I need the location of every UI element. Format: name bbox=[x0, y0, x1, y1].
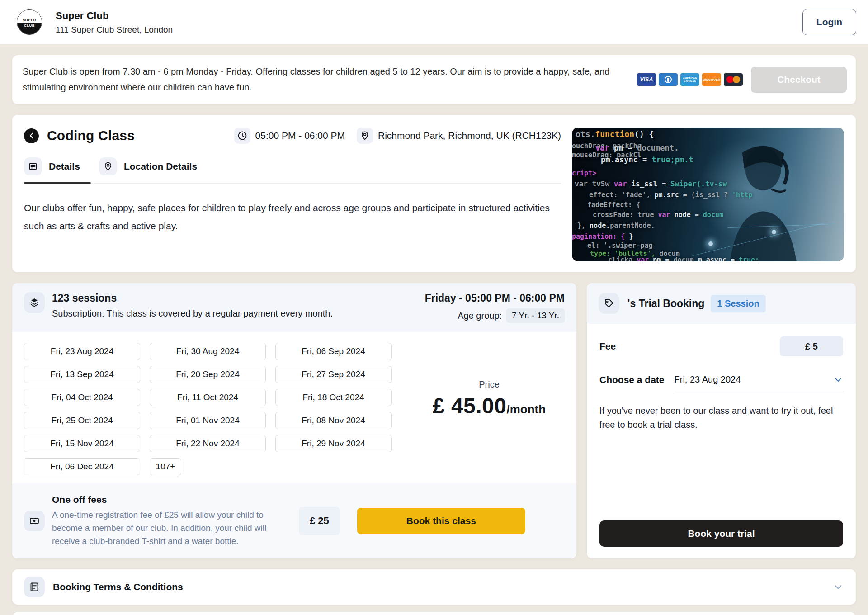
age-group-badge: 7 Yr. - 13 Yr. bbox=[506, 308, 565, 323]
session-date-chip[interactable]: Fri, 15 Nov 2024 bbox=[24, 435, 140, 452]
trial-body: Fee £ 5 Choose a date Fri, 23 Aug 2024 I… bbox=[587, 324, 856, 445]
back-button[interactable] bbox=[24, 128, 39, 143]
class-location: Richmond Park, Richmond, UK (RCH123K) bbox=[378, 130, 561, 141]
session-date-chip[interactable]: Fri, 29 Nov 2024 bbox=[275, 435, 392, 452]
circuit-glow-dot bbox=[708, 241, 713, 246]
checkout-button[interactable]: Checkout bbox=[751, 67, 847, 93]
trial-title: 's Trial Booking bbox=[627, 298, 704, 310]
class-time: 05:00 PM - 06:00 PM bbox=[255, 130, 345, 141]
session-count-badge: 1 Session bbox=[711, 295, 765, 312]
class-photo: ots.function() {ouchDrag: packChevar pm … bbox=[572, 128, 844, 261]
main-panels: 123 sessions Subscription: This class is… bbox=[12, 283, 856, 558]
club-name: Super Club bbox=[56, 10, 173, 22]
session-date-chip[interactable]: Fri, 20 Sep 2024 bbox=[150, 366, 266, 383]
one-off-fees-title: One off fees bbox=[52, 494, 274, 505]
session-date-chip[interactable]: Fri, 30 Aug 2024 bbox=[150, 343, 266, 360]
club-info: Super Club 111 Super Club Street, London bbox=[56, 10, 173, 35]
booking-terms-bar[interactable]: Booking Terms & Conditions bbox=[12, 569, 856, 605]
book-this-class-button[interactable]: Book this class bbox=[357, 508, 525, 534]
layers-icon bbox=[24, 292, 45, 313]
class-title: Coding Class bbox=[47, 128, 135, 143]
trial-booking-panel: 's Trial Booking 1 Session Fee £ 5 Choos… bbox=[587, 283, 856, 558]
diners-card-icon bbox=[659, 73, 678, 86]
code-text-line: el: '.swiper-pag bbox=[587, 241, 653, 250]
choose-date-dropdown[interactable]: Choose a date Fri, 23 Aug 2024 bbox=[599, 374, 843, 392]
info-banner: Super Club is open from 7.30 am - 6 pm M… bbox=[12, 55, 856, 104]
session-date-chip[interactable]: Fri, 27 Sep 2024 bbox=[275, 366, 392, 383]
class-card-left: Coding Class 05:00 PM - 06:00 PM Richmon… bbox=[24, 128, 561, 235]
class-description: Our clubs offer fun, happy, safe places … bbox=[24, 199, 569, 235]
chevron-down-icon[interactable] bbox=[832, 581, 844, 593]
sessions-count: 123 sessions bbox=[52, 292, 333, 304]
class-location-group: Richmond Park, Richmond, UK (RCH123K) bbox=[357, 128, 561, 144]
session-date-chip[interactable]: Fri, 11 Oct 2024 bbox=[150, 389, 266, 406]
one-off-fees-description: A one-time registration fee of £25 will … bbox=[52, 508, 274, 548]
payment-methods: VISAAMERICANEXPRESSDISCOVER bbox=[637, 73, 743, 86]
session-date-chip[interactable]: Fri, 06 Sep 2024 bbox=[275, 343, 392, 360]
discover-card-icon: DISCOVER bbox=[702, 73, 721, 86]
session-date-chip[interactable]: Fri, 22 Nov 2024 bbox=[150, 435, 266, 452]
club-logo: SUPER CLUB bbox=[17, 9, 42, 35]
sessions-schedule-block: Friday - 05:00 PM - 06:00 PM Age group: … bbox=[425, 292, 565, 323]
club-address: 111 Super Club Street, London bbox=[56, 25, 173, 35]
class-tabs: Details Location Details bbox=[24, 157, 561, 184]
trial-note: If you've never been to our class and wa… bbox=[599, 404, 843, 432]
tab-details[interactable]: Details bbox=[24, 157, 80, 175]
price-block: Price £ 45.00/month bbox=[415, 379, 564, 418]
tab-location-details-label: Location Details bbox=[124, 161, 197, 172]
session-date-chip[interactable]: Fri, 23 Aug 2024 bbox=[24, 343, 140, 360]
amex-card-icon: AMERICANEXPRESS bbox=[680, 73, 699, 86]
sessions-header-text: 123 sessions Subscription: This class is… bbox=[52, 292, 333, 323]
booking-terms-label: Booking Terms & Conditions bbox=[53, 582, 183, 592]
details-doc-icon bbox=[24, 157, 42, 175]
one-off-fees-text: One off fees A one-time registration fee… bbox=[52, 494, 274, 548]
club-logo-top-text: SUPER bbox=[17, 10, 42, 23]
visa-card-icon: VISA bbox=[637, 73, 656, 86]
session-date-chip[interactable]: Fri, 01 Nov 2024 bbox=[150, 412, 266, 429]
location-details-pin-icon bbox=[99, 157, 117, 175]
next-card-edge bbox=[12, 612, 856, 615]
sessions-header: 123 sessions Subscription: This class is… bbox=[12, 283, 576, 332]
opening-hours-text: Super Club is open from 7.30 am - 6 pm M… bbox=[23, 64, 637, 95]
code-text-line: cript> bbox=[572, 169, 596, 177]
schedule-text: Friday - 05:00 PM - 06:00 PM bbox=[425, 292, 565, 304]
subscription-note: Subscription: This class is covered by a… bbox=[52, 308, 333, 319]
price-label: Price bbox=[415, 379, 564, 390]
registration-fee-badge: £ 25 bbox=[299, 507, 340, 535]
site-header: SUPER CLUB Super Club 111 Super Club Str… bbox=[0, 0, 868, 44]
tab-location-details[interactable]: Location Details bbox=[99, 157, 197, 175]
session-date-chip[interactable]: Fri, 06 Dec 2024 bbox=[24, 458, 140, 475]
age-group-row: Age group: 7 Yr. - 13 Yr. bbox=[425, 308, 565, 323]
fee-value-badge: £ 5 bbox=[780, 336, 843, 356]
terms-document-icon bbox=[24, 577, 45, 597]
code-text-line: pagination: { } bbox=[572, 232, 633, 241]
sessions-body: Fri, 23 Aug 2024Fri, 30 Aug 2024Fri, 06 … bbox=[12, 332, 576, 486]
session-date-chip[interactable]: Fri, 18 Oct 2024 bbox=[275, 389, 392, 406]
book-your-trial-button[interactable]: Book your trial bbox=[599, 520, 843, 547]
code-text-line: pm.async = true;pm.t bbox=[601, 156, 693, 164]
circuit-glow-dot bbox=[772, 230, 776, 234]
code-text-line: }, node.parentNode. bbox=[577, 222, 655, 230]
code-text-line: fadeEffect: { bbox=[587, 201, 640, 209]
class-meta: 05:00 PM - 06:00 PM Richmond Park, Richm… bbox=[234, 128, 561, 144]
session-date-chip[interactable]: Fri, 04 Oct 2024 bbox=[24, 389, 140, 406]
code-overlay: ots.function() {ouchDrag: packChevar pm … bbox=[572, 128, 844, 261]
tab-details-label: Details bbox=[49, 161, 80, 172]
session-date-chip[interactable]: Fri, 13 Sep 2024 bbox=[24, 366, 140, 383]
banknote-icon bbox=[24, 511, 45, 531]
active-tab-underline bbox=[24, 182, 91, 184]
price-tag-icon bbox=[599, 293, 619, 314]
code-text-line: crossFade: true var node = docum bbox=[593, 211, 723, 219]
more-sessions-chip[interactable]: 107+ bbox=[150, 458, 181, 475]
mastercard-card-icon bbox=[724, 73, 743, 86]
session-date-chip[interactable]: Fri, 25 Oct 2024 bbox=[24, 412, 140, 429]
club-logo-bottom-text: CLUB bbox=[17, 23, 42, 34]
chevron-left-icon bbox=[28, 132, 35, 139]
code-text-line: effect: 'fade', pm.src = (is_ssl ? 'http bbox=[589, 191, 752, 199]
price-amount: £ 45.00 bbox=[433, 394, 507, 418]
session-date-chip[interactable]: Fri, 08 Nov 2024 bbox=[275, 412, 392, 429]
login-button[interactable]: Login bbox=[802, 9, 856, 35]
age-group-label: Age group: bbox=[458, 311, 502, 321]
chevron-down-icon bbox=[833, 375, 843, 385]
selected-trial-date: Fri, 23 Aug 2024 bbox=[675, 374, 741, 385]
